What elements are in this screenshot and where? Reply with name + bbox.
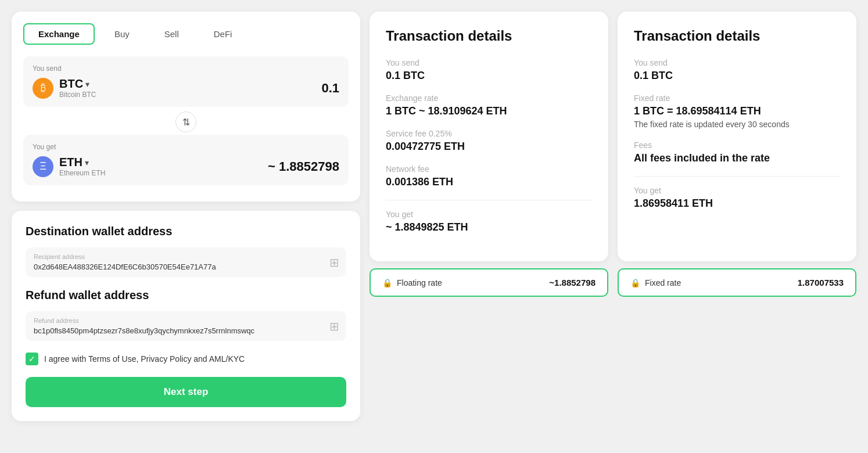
next-step-button[interactable]: Next step	[26, 377, 346, 407]
fixed-tx-rate-note: The fixed rate is updated every 30 secon…	[634, 120, 840, 129]
destination-title: Destination wallet address	[26, 225, 346, 238]
floating-tx-card: Transaction details You send 0.1 BTC Exc…	[370, 12, 608, 261]
fixed-tx-send-row: You send 0.1 BTC	[634, 58, 840, 82]
send-amount: 0.1	[321, 81, 339, 96]
floating-tx-network-fee-value: 0.001386 ETH	[386, 176, 592, 188]
fixed-tx-rate-row: Fixed rate 1 BTC = 18.69584114 ETH The f…	[634, 94, 840, 129]
get-chevron[interactable]: ▾	[85, 158, 89, 167]
floating-tx-rate-row: Exchange rate 1 BTC ~ 18.9109624 ETH	[386, 94, 592, 117]
eth-icon: Ξ	[33, 156, 53, 177]
floating-tx-network-fee-label: Network fee	[386, 164, 592, 174]
fixed-tx-rate-value: 1 BTC = 18.69584114 ETH	[634, 105, 840, 117]
fixed-rate-label: Fixed rate	[645, 278, 681, 287]
floating-tx-rate-label: Exchange rate	[386, 94, 592, 103]
destination-input-group: Recipient address 0x2d648EA488326E124DfE…	[26, 247, 346, 277]
tab-defi[interactable]: DeFi	[199, 23, 248, 45]
floating-rate-value: ~1.8852798	[549, 278, 596, 287]
fixed-rate-value: 1.87007533	[798, 278, 844, 287]
floating-tx-rate-value: 1 BTC ~ 18.9109624 ETH	[386, 105, 592, 117]
floating-tx-service-fee-label: Service fee 0.25%	[386, 129, 592, 138]
transaction-cards: Transaction details You send 0.1 BTC Exc…	[370, 12, 856, 261]
terms-row: ✓ I agree with Terms of Use, Privacy Pol…	[26, 353, 346, 365]
destination-input-wrapper[interactable]: Recipient address 0x2d648EA488326E124DfE…	[26, 247, 346, 277]
destination-qr-icon[interactable]: ⊞	[329, 256, 339, 269]
refund-input-group: Refund address bc1p0fls8450pm4ptzsezr7s8…	[26, 311, 346, 341]
get-currency-info: Ξ ETH ▾ Ethereum ETH	[33, 156, 105, 177]
fixed-rate-label-group: 🔒 Fixed rate	[630, 278, 681, 287]
fixed-tx-fees-value: All fees included in the rate	[634, 152, 840, 164]
fixed-tx-card: Transaction details You send 0.1 BTC Fix…	[618, 12, 856, 261]
fixed-tx-fees-label: Fees	[634, 141, 840, 150]
tab-buy[interactable]: Buy	[99, 23, 145, 45]
destination-input-label: Recipient address	[34, 253, 338, 260]
wallet-card: Destination wallet address Recipient add…	[12, 211, 360, 421]
refund-input-wrapper[interactable]: Refund address bc1p0fls8450pm4ptzsezr7s8…	[26, 311, 346, 341]
floating-tx-get-row: You get ~ 1.8849825 ETH	[386, 210, 592, 233]
fixed-tx-get-row: You get 1.86958411 ETH	[634, 186, 840, 210]
tab-sell[interactable]: Sell	[149, 23, 194, 45]
fixed-tx-title: Transaction details	[634, 28, 840, 44]
tab-exchange[interactable]: Exchange	[23, 23, 95, 45]
send-label: You send	[33, 64, 339, 73]
rate-buttons: 🔒 Floating rate ~1.8852798 🔒 Fixed rate …	[370, 268, 856, 297]
tabs: Exchange Buy Sell DeFi	[23, 23, 349, 45]
floating-tx-send-value: 0.1 BTC	[386, 70, 592, 82]
fixed-tx-get-label: You get	[634, 186, 840, 195]
btc-icon: ₿	[33, 78, 53, 99]
swap-button[interactable]: ⇅	[175, 112, 196, 132]
fixed-tx-send-value: 0.1 BTC	[634, 70, 840, 82]
refund-qr-icon[interactable]: ⊞	[329, 319, 339, 333]
get-section: You get Ξ ETH ▾ Ethereum ETH ~ 1.8852798	[23, 135, 349, 185]
floating-tx-send-label: You send	[386, 58, 592, 67]
send-subname: Bitcoin BTC	[59, 91, 96, 99]
floating-rate-button[interactable]: 🔒 Floating rate ~1.8852798	[370, 268, 608, 297]
get-subname: Ethereum ETH	[59, 169, 105, 177]
get-ticker: ETH	[59, 156, 83, 169]
floating-tx-service-fee-row: Service fee 0.25% 0.00472775 ETH	[386, 129, 592, 153]
floating-tx-send-row: You send 0.1 BTC	[386, 58, 592, 82]
fixed-tx-rate-label: Fixed rate	[634, 94, 840, 103]
refund-input-label: Refund address	[34, 317, 338, 324]
refund-title: Refund wallet address	[26, 289, 346, 302]
destination-input-value[interactable]: 0x2d648EA488326E124DfE6C6b30570E54Ee71A7…	[34, 263, 338, 271]
exchange-card: Exchange Buy Sell DeFi You send ₿ BTC ▾ …	[12, 12, 360, 202]
right-panels: Transaction details You send 0.1 BTC Exc…	[370, 12, 856, 297]
floating-rate-label: Floating rate	[397, 278, 442, 287]
get-amount: ~ 1.8852798	[268, 159, 339, 174]
terms-text: I agree with Terms of Use, Privacy Polic…	[44, 354, 245, 364]
fixed-lock-icon: 🔒	[630, 278, 640, 287]
send-currency-info: ₿ BTC ▾ Bitcoin BTC	[33, 77, 96, 99]
floating-tx-network-fee-row: Network fee 0.001386 ETH	[386, 164, 592, 188]
floating-tx-get-value: ~ 1.8849825 ETH	[386, 221, 592, 233]
floating-rate-label-group: 🔒 Floating rate	[382, 278, 442, 287]
send-chevron[interactable]: ▾	[85, 80, 89, 89]
refund-input-value[interactable]: bc1p0fls8450pm4ptzsezr7s8e8xufjy3qychymn…	[34, 326, 338, 335]
fixed-tx-get-value: 1.86958411 ETH	[634, 197, 840, 210]
floating-tx-service-fee-value: 0.00472775 ETH	[386, 141, 592, 153]
fixed-tx-fees-row: Fees All fees included in the rate	[634, 141, 840, 164]
fixed-tx-send-label: You send	[634, 58, 840, 67]
terms-checkbox[interactable]: ✓	[26, 353, 38, 365]
floating-tx-title: Transaction details	[386, 28, 592, 44]
floating-tx-get-label: You get	[386, 210, 592, 219]
left-panel: Exchange Buy Sell DeFi You send ₿ BTC ▾ …	[12, 12, 360, 421]
fixed-rate-button[interactable]: 🔒 Fixed rate 1.87007533	[618, 268, 856, 297]
get-label: You get	[33, 143, 339, 151]
send-ticker: BTC	[59, 77, 83, 91]
floating-lock-icon: 🔒	[382, 278, 392, 287]
send-section: You send ₿ BTC ▾ Bitcoin BTC 0.1	[23, 56, 349, 107]
